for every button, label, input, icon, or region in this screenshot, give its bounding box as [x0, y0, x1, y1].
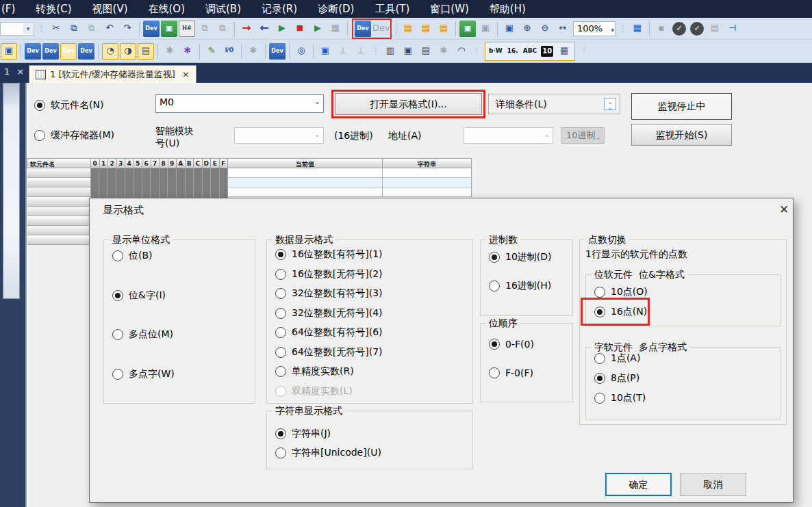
parameter-check-icon[interactable]: ✓ — [690, 22, 704, 36]
clock-setup-icon[interactable]: ◔ — [102, 43, 118, 60]
copy-icon[interactable]: ⧉ — [66, 21, 82, 37]
watch-register-icon[interactable]: ▤ — [418, 21, 434, 37]
radio-hex[interactable]: 16进制(H) — [489, 280, 551, 292]
find-device-icon[interactable]: ◎ — [293, 43, 309, 60]
device-comment-search-icon[interactable]: Dev — [143, 21, 160, 37]
zoom-out-icon[interactable]: ⊖ — [537, 21, 553, 37]
device-name-cell[interactable] — [27, 207, 91, 216]
device-name-cell[interactable] — [27, 178, 91, 187]
string-cell[interactable] — [383, 187, 472, 197]
watch-insert-icon[interactable]: ▤ — [435, 21, 452, 37]
device-name-combo[interactable]: M0 ⌄ — [155, 94, 324, 113]
device-name-cell[interactable] — [27, 226, 91, 235]
collapsed-panel-close-icon[interactable]: × — [16, 66, 24, 77]
tool-disabled-1-icon[interactable]: ⊥ — [335, 43, 351, 60]
radio-1-point[interactable]: 1点(A) — [594, 352, 640, 365]
monitor-mode-icon[interactable]: ▣ — [501, 21, 518, 37]
menu-project[interactable]: (F) — [0, 0, 25, 18]
radio-f-0[interactable]: F-0(F) — [489, 367, 533, 378]
menu-debug[interactable]: 调试(B) — [195, 0, 251, 18]
double-chevron-down-icon[interactable]: ⌄⌄ — [604, 98, 616, 110]
radio-multi-word[interactable]: 多点字(W) — [112, 368, 175, 380]
entry-ladder-icon[interactable]: ▤ — [138, 43, 154, 60]
radio-10-points[interactable]: 10点(O) — [594, 286, 648, 298]
inactive-square-icon[interactable]: ▪ — [653, 21, 670, 37]
fit-width-icon[interactable]: ↔ — [555, 21, 571, 37]
chevron-down-icon[interactable]: ▾ — [23, 23, 33, 34]
build-icon[interactable]: ✱ — [162, 43, 178, 60]
tab-device-batch-monitor[interactable]: 1 [软元件/缓冲存储器批量监视] × — [29, 65, 196, 83]
radio-device-name[interactable]: 软元件名(N) — [34, 99, 103, 112]
display-setting-icon[interactable]: ✱ — [435, 43, 452, 60]
radio-string-unicode[interactable]: 字符串[Unicode](U) — [275, 447, 381, 459]
radio-real-single[interactable]: 单精度实数(R) — [275, 365, 354, 378]
program-check-icon[interactable]: ✓ — [672, 22, 686, 36]
open-display-format-button[interactable]: 打开显示格式(I)... — [335, 93, 482, 115]
note-display-icon[interactable]: ▤ — [418, 43, 434, 60]
chevron-down-icon[interactable]: ▾ — [611, 23, 614, 37]
special-copy-icon[interactable]: ⧉ — [196, 21, 213, 37]
radio-10-points-word[interactable]: 10点(T) — [594, 392, 646, 404]
current-value-cell[interactable] — [228, 168, 383, 178]
tab-close-icon[interactable]: × — [182, 69, 190, 79]
string-cell[interactable] — [383, 178, 472, 187]
radio-8-points[interactable]: 8点(P) — [594, 372, 639, 385]
collapsed-panel-tab[interactable]: 1 × — [4, 66, 24, 77]
monitor-stop-all-icon[interactable]: ▣ — [477, 21, 494, 37]
device-memory-icon[interactable]: Dev — [42, 43, 59, 60]
bit-16-format-icon[interactable]: 16. — [505, 43, 520, 60]
menu-convert[interactable]: 转换(C) — [25, 0, 81, 18]
radio-int64-unsigned[interactable]: 64位整数[无符号](7) — [275, 346, 383, 359]
current-value-cell[interactable] — [228, 187, 383, 197]
menu-tool[interactable]: 工具(T) — [364, 0, 420, 18]
radio-string[interactable]: 字符串(J) — [275, 428, 331, 440]
monitor-watch-icon[interactable]: ▶ — [309, 21, 326, 37]
radio-bit[interactable]: 位(B) — [112, 250, 153, 262]
radio-int32-signed[interactable]: 32位整数[有符号](3) — [275, 287, 383, 300]
radio-int16-signed[interactable]: 16位整数[有符号](1) — [275, 248, 383, 261]
current-value-cell[interactable] — [228, 178, 383, 187]
monitor-disabled-icon[interactable]: ▦ — [327, 21, 344, 37]
radio-int64-signed[interactable]: 64位整数[有符号](6) — [275, 326, 383, 339]
multi-window-icon[interactable]: ▦ — [629, 21, 646, 37]
menu-record[interactable]: 记录(R) — [251, 0, 307, 18]
collapsed-panel-strip[interactable] — [3, 83, 20, 299]
ascii-format-icon[interactable]: ABC — [522, 43, 538, 60]
device-batch-icon[interactable]: Dev — [60, 43, 77, 60]
device-test-icon[interactable]: Dev — [269, 43, 286, 60]
clock-read-icon[interactable]: ◑ — [120, 43, 136, 60]
radio-int16-unsigned[interactable]: 16位整数[无符号](2) — [275, 268, 383, 281]
menu-diagnostics[interactable]: 诊断(D) — [307, 0, 364, 18]
device-name-cell[interactable] — [27, 187, 91, 197]
radio-buffer-memory[interactable]: 缓冲存储器(M) — [34, 129, 114, 142]
edit-mode-icon[interactable]: ✎ — [203, 43, 220, 60]
radio-decimal[interactable]: 10进制(D) — [489, 251, 552, 263]
redo-icon[interactable]: ↷ — [119, 21, 136, 37]
screen-zoom-icon[interactable]: ▣ — [317, 43, 333, 60]
device-name-cell[interactable] — [27, 197, 91, 207]
device-comment-icon[interactable]: Dev — [25, 43, 41, 60]
menu-help[interactable]: 帮助(H) — [479, 0, 536, 18]
offline-build-icon[interactable]: ✱ — [245, 43, 262, 60]
ladder-search-icon[interactable]: ▣ — [161, 21, 177, 37]
menu-online[interactable]: 在线(O) — [138, 0, 196, 18]
verify-with-plc-icon[interactable]: ▶ — [274, 21, 290, 37]
bit-grid[interactable] — [91, 168, 228, 198]
write-to-plc-icon[interactable]: → — [238, 21, 255, 37]
tool-disabled-2-icon[interactable]: ⊥ — [353, 43, 369, 60]
menu-window[interactable]: 窗口(W) — [420, 0, 479, 18]
device-detail-icon[interactable]: Dev — [78, 43, 94, 60]
rebuild-all-icon[interactable]: ✱ — [179, 43, 196, 60]
menu-view[interactable]: 视图(V) — [82, 0, 138, 18]
statement-display-icon[interactable]: ▣ — [400, 43, 416, 60]
decimal-format-icon[interactable]: 10 — [541, 46, 553, 57]
io-system-setting-icon[interactable]: I/O — [221, 43, 238, 60]
ok-button[interactable]: 确定 — [605, 473, 672, 496]
radio-bit-word[interactable]: 位&字(I) — [112, 289, 166, 302]
radio-multi-bit[interactable]: 多点位(M) — [112, 328, 173, 341]
device-batch-monitor-disabled-icon[interactable]: Dev — [372, 21, 389, 37]
monitor-start-all-icon[interactable]: ▣ — [459, 21, 476, 37]
special-paste-icon[interactable]: ⧉ — [214, 21, 231, 37]
remote-operation-icon[interactable]: ■ — [292, 21, 308, 37]
comment-display-icon[interactable]: ▥ — [382, 43, 398, 60]
